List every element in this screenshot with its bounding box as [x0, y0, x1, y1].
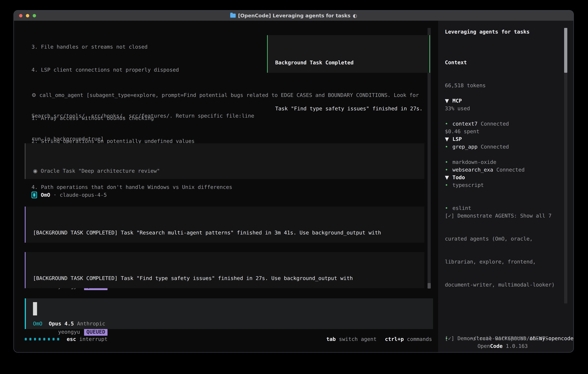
esc-key-label: interrupt [79, 335, 107, 343]
lsp-section-header[interactable]: ▼LSP [445, 135, 496, 143]
task-line: [BACKGROUND TASK COMPLETED] Task "Find t… [33, 274, 424, 282]
oracle-task-card: ◉ Oracle Task "Deep architecture review"… [25, 143, 424, 179]
input-agent-name: OmO [33, 320, 42, 327]
version-line: • OpenCode1.0.163 [445, 334, 528, 353]
todo-line: document-writer, multimodal-looker) [445, 281, 561, 289]
titlebar[interactable]: [OpenCode] Leveraging agents for tasks ◐ [14, 10, 573, 21]
sidebar: Leveraging agents for tasks Context 66,5… [438, 21, 574, 353]
session-title: Leveraging agents for tasks [445, 28, 530, 36]
input-model: Opus 4.5 [49, 320, 74, 327]
terminal-window: [OpenCode] Leveraging agents for tasks ◐… [13, 10, 574, 353]
app-version: 1.0.163 [506, 343, 528, 349]
background-task-card: [BACKGROUND TASK COMPLETED] Task "Resear… [25, 207, 424, 243]
app-name-prefix: Open [477, 343, 490, 349]
todo-item-done: [✓] Demonstrate AGENTS: Show all 7 curat… [445, 197, 561, 304]
spinner-dots-icon [25, 338, 59, 341]
gear-icon: ⚙ [32, 91, 36, 99]
workspace-path-main: oh-my-opencode: [530, 335, 574, 341]
collapse-triangle-icon: ▼ [445, 135, 452, 143]
collapse-triangle-icon: ▼ [445, 174, 452, 181]
record-circle-icon: ◉ [33, 167, 37, 175]
maximize-button[interactable] [33, 14, 36, 17]
text-cursor [33, 302, 37, 315]
terminal-line: 4. LSP client connections not properly d… [32, 66, 254, 74]
minimize-button[interactable] [26, 14, 29, 17]
toast-title: Background Task Completed [275, 59, 430, 66]
input-meta-line: OmO Opus 4.5 Anthropic [33, 320, 105, 327]
task-user: yeongyu [58, 329, 80, 335]
agent-avatar-icon [32, 192, 37, 198]
ctrlp-key-label: commands [407, 335, 432, 343]
session-state-icon: ◐ [353, 13, 357, 19]
mcp-heading: MCP [452, 97, 462, 104]
green-dot-icon: • [445, 334, 452, 353]
terminal-line: 3. File handles or streams not closed [32, 43, 254, 51]
todo-line: curated agents (OmO, oracle, [445, 235, 561, 242]
mcp-section-header[interactable]: ▼MCP [445, 97, 525, 104]
agent-name: OmO [41, 191, 50, 199]
context-heading: Context [445, 59, 486, 66]
ctrlp-key-hint: ctrl+p [385, 335, 404, 343]
window-title: [OpenCode] Leveraging agents for tasks [238, 13, 350, 19]
sidebar-scrollbar[interactable] [564, 28, 567, 303]
oracle-title-line: ◉ Oracle Task "Deep architecture review" [33, 167, 424, 175]
status-bar: esc interrupt tab switch agent ctrl+p co… [25, 335, 432, 343]
close-button[interactable] [19, 14, 22, 17]
agent-model: claude-opus-4-5 [60, 191, 107, 199]
tab-key-hint: tab [326, 335, 336, 343]
sidebar-scrollbar-thumb[interactable] [564, 28, 567, 73]
status-badge: QUEUED [84, 328, 107, 336]
todo-line: [✓] Demonstrate AGENTS: Show all 7 [445, 212, 561, 219]
todo-section-header[interactable]: ▼Todo [445, 174, 561, 181]
background-task-toast: Background Task Completed Task "Find typ… [267, 35, 430, 73]
todo-heading: Todo [452, 174, 465, 181]
app-name-bold: Code [490, 343, 503, 349]
agent-message-header: OmO · claude-opus-4-5 [32, 191, 107, 199]
chat-pane: 3. File handles or streams not closed 4.… [14, 21, 438, 353]
oracle-title: Oracle Task "Deep architecture review" [41, 167, 160, 175]
chat-scrollbar-thumb[interactable] [428, 283, 431, 289]
folder-icon [230, 14, 236, 18]
tab-key-label: switch agent [339, 335, 377, 343]
todo-line: librarian, explore, frontend, [445, 258, 561, 266]
input-provider: Anthropic [77, 320, 105, 327]
esc-key-hint: esc [67, 335, 76, 343]
task-line: [BACKGROUND TASK COMPLETED] Task "Resear… [33, 229, 424, 237]
background-task-card: [BACKGROUND TASK COMPLETED] Task "Find t… [25, 252, 424, 288]
toast-body: Task "Find type safety issues" finished … [275, 105, 430, 112]
separator-dot: · [53, 191, 57, 199]
lsp-heading: LSP [452, 135, 462, 143]
prompt-input[interactable]: OmO Opus 4.5 Anthropic [25, 298, 433, 329]
collapse-triangle-icon: ▼ [445, 97, 452, 104]
